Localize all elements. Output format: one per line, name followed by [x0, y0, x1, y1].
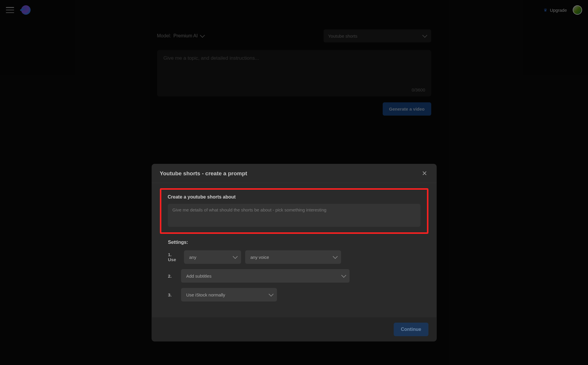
presenter-value: any	[189, 255, 196, 260]
istock-value: Use iStock normally	[186, 292, 225, 297]
istock-select[interactable]: Use iStock normally	[181, 288, 277, 301]
setting-row-3: 3. Use iStock normally	[160, 288, 428, 301]
voice-value: any voice	[250, 255, 269, 260]
setting-row-2: 2. Add subtitles	[160, 269, 428, 283]
chevron-down-icon	[269, 291, 274, 296]
chevron-down-icon	[333, 254, 338, 259]
close-icon[interactable]: ✕	[421, 170, 428, 177]
setting-num-1: 1. Use	[168, 252, 180, 262]
chevron-down-icon	[341, 273, 346, 278]
shorts-topic-input[interactable]	[168, 204, 420, 227]
modal-title: Youtube shorts - create a prompt	[160, 170, 247, 177]
modal-body: Create a youtube shorts about Settings: …	[151, 183, 437, 317]
subtitles-value: Add subtitles	[186, 274, 211, 279]
create-prompt-modal: Youtube shorts - create a prompt ✕ Creat…	[151, 164, 437, 341]
subtitles-select[interactable]: Add subtitles	[181, 269, 349, 283]
modal-footer: Continue	[151, 317, 437, 341]
settings-label: Settings:	[168, 240, 428, 245]
chevron-down-icon	[233, 254, 238, 259]
setting-num-3: 3.	[168, 292, 177, 297]
setting-row-1: 1. Use any any voice	[160, 250, 428, 264]
presenter-select[interactable]: any	[184, 250, 241, 264]
highlighted-section: Create a youtube shorts about	[160, 188, 428, 234]
continue-button[interactable]: Continue	[394, 323, 428, 336]
create-shorts-label: Create a youtube shorts about	[168, 194, 420, 200]
voice-select[interactable]: any voice	[245, 250, 341, 264]
modal-header: Youtube shorts - create a prompt ✕	[151, 164, 437, 183]
setting-num-2: 2.	[168, 274, 177, 279]
